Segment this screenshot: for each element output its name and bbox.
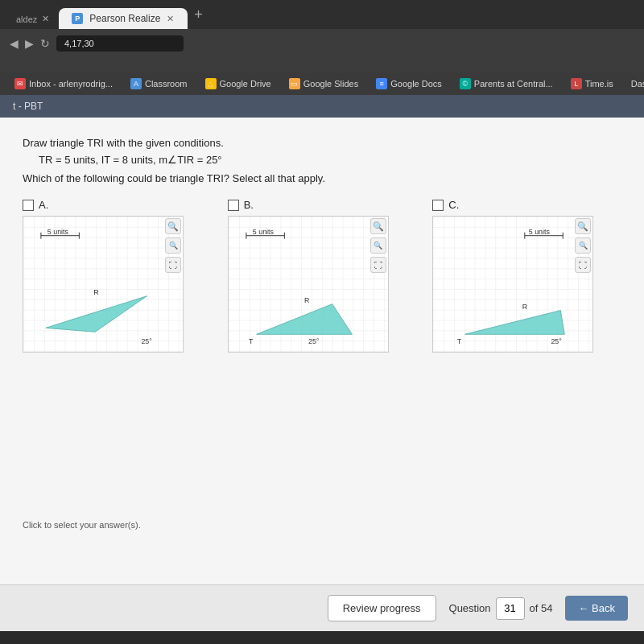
page-header-text: t - PBT (13, 101, 43, 112)
choice-C: C. 5 units (432, 199, 621, 353)
review-progress-button[interactable]: Review progress (328, 595, 436, 621)
graph-B: 5 units R T 25° 🔍 (228, 216, 389, 353)
zoom-out-A[interactable]: 🔍 (165, 237, 181, 254)
bookmark-item[interactable]: © Parents at Central... (453, 76, 559, 91)
refresh-nav-button[interactable]: ↻ (40, 37, 50, 50)
bookmark-item[interactable]: △ Google Drive (199, 76, 278, 91)
fullscreen-C[interactable]: ⛶ (575, 257, 591, 273)
gdocs-icon: ≡ (376, 78, 387, 89)
page-header: t - PBT (0, 95, 644, 118)
svg-text:T: T (457, 337, 462, 345)
graph-B-icons: 🔍 🔍 ⛶ (370, 218, 386, 273)
fullscreen-B[interactable]: ⛶ (370, 257, 386, 273)
tab-close-icon[interactable]: ✕ (167, 14, 174, 24)
select-hint: Click to select your answer(s). (23, 520, 141, 530)
inbox-icon: ✉ (14, 78, 26, 89)
svg-text:T: T (249, 337, 254, 345)
zoom-in-B[interactable]: 🔍 (370, 218, 386, 234)
question-prompt: Draw triangle TRI with the given conditi… (23, 137, 621, 149)
graph-A-icons: 🔍 🔍 ⛶ (165, 218, 181, 273)
checkbox-B[interactable] (228, 200, 239, 211)
svg-text:R: R (522, 303, 527, 311)
question-conditions: TR = 5 units, IT = 8 units, m∠TIR = 25° (39, 154, 621, 166)
checkbox-A[interactable] (23, 200, 34, 211)
svg-text:5 units: 5 units (529, 228, 551, 236)
bookmark-item[interactable]: L Time.is (564, 76, 620, 91)
of-label: of 54 (530, 602, 553, 614)
choice-B-label[interactable]: B. (228, 199, 417, 211)
timeis-icon: L (571, 78, 582, 89)
graph-A: 5 units R 25° 🔍 🔍 ⛶ (23, 216, 184, 353)
svg-text:R: R (304, 296, 309, 304)
fullscreen-A[interactable]: ⛶ (165, 257, 181, 273)
question-label: Question (449, 602, 491, 614)
graph-C: 5 units R T 25° 🔍 (432, 216, 593, 353)
svg-text:25°: 25° (551, 337, 563, 345)
gslides-icon: ▭ (289, 78, 300, 89)
choice-A-text: A. (39, 199, 48, 211)
svg-text:25°: 25° (308, 337, 320, 345)
choice-B-text: B. (244, 199, 254, 211)
tab-favicon: P (72, 13, 83, 24)
svg-text:5 units: 5 units (47, 228, 69, 236)
bookmark-item[interactable]: ≡ Google Docs (369, 76, 448, 91)
address-input[interactable] (56, 35, 184, 52)
zoom-in-A[interactable]: 🔍 (165, 218, 181, 234)
choice-A-label[interactable]: A. (23, 199, 212, 211)
prev-tab[interactable]: aldez ✕ (6, 9, 59, 29)
svg-text:25°: 25° (141, 337, 152, 345)
bookmarks-bar: ✉ Inbox - arlenyrodrig... A Classroom △ … (0, 72, 644, 95)
choices-row: A. 5 units (23, 199, 621, 353)
back-button[interactable]: ← Back (565, 596, 628, 621)
new-tab-button[interactable]: + (188, 6, 209, 23)
classroom-icon: A (130, 78, 142, 89)
zoom-in-C[interactable]: 🔍 (575, 218, 591, 234)
bookmark-item[interactable]: ▭ Google Slides (283, 76, 365, 91)
choice-C-text: C. (448, 199, 459, 211)
checkbox-C[interactable] (432, 200, 444, 211)
footer: Review progress Question of 54 ← Back (0, 584, 644, 631)
choice-C-label[interactable]: C. (432, 199, 621, 211)
back-nav-button[interactable]: ◀ (10, 37, 19, 50)
bookmark-item[interactable]: ✉ Inbox - arlenyrodrig... (8, 76, 119, 91)
zoom-out-B[interactable]: 🔍 (370, 237, 386, 254)
bookmark-item[interactable]: A Classroom (124, 76, 194, 91)
question-nav: Question of 54 (449, 597, 553, 620)
main-content: Draw triangle TRI with the given conditi… (0, 118, 644, 584)
graph-C-icons: 🔍 🔍 ⛶ (575, 218, 591, 273)
parents-icon: © (460, 78, 471, 89)
choice-A: A. 5 units (23, 199, 212, 353)
zoom-out-C[interactable]: 🔍 (575, 237, 591, 254)
question-number-input[interactable] (496, 597, 525, 620)
forward-nav-button[interactable]: ▶ (25, 37, 34, 50)
gdrive-icon: △ (205, 78, 217, 89)
bookmark-item[interactable]: Das (625, 77, 644, 90)
svg-text:R: R (93, 288, 98, 296)
sub-question: Which of the following could be triangle… (23, 172, 621, 184)
choice-B: B. 5 units (228, 199, 417, 353)
tab-title: Pearson Realize (89, 13, 160, 24)
active-tab[interactable]: P Pearson Realize ✕ (59, 8, 188, 29)
svg-rect-1 (23, 217, 183, 352)
svg-text:5 units: 5 units (252, 228, 274, 236)
